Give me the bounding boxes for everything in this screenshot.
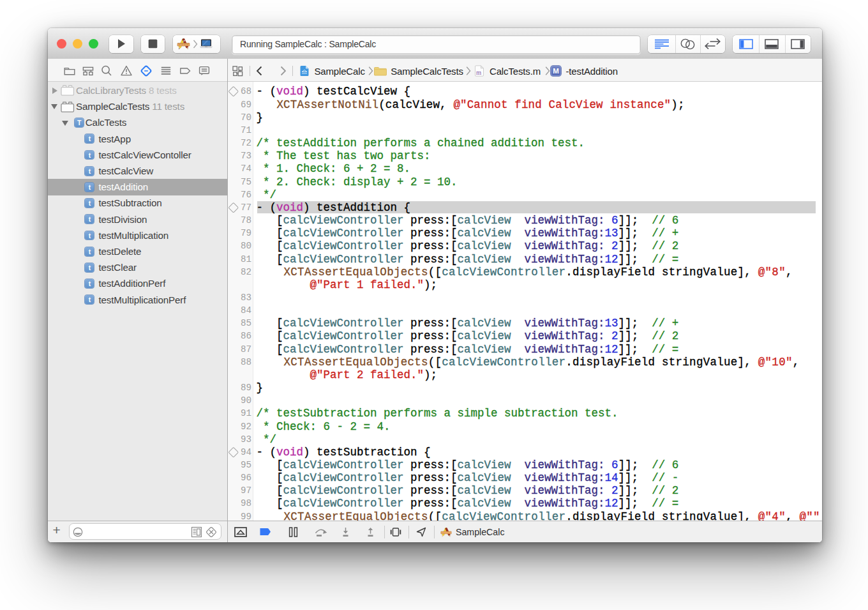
svg-text:m: m (476, 68, 481, 75)
